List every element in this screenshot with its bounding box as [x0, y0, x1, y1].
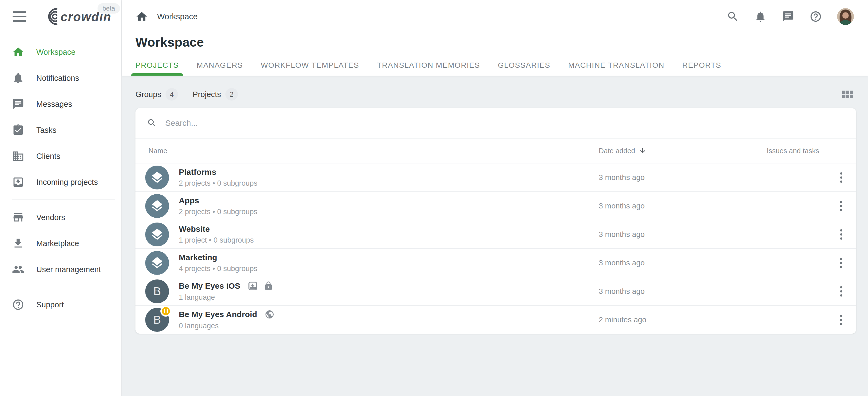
tab-glossaries[interactable]: GLOSSARIES: [498, 61, 551, 75]
sidebar-item-incoming-projects[interactable]: Incoming projects: [0, 169, 121, 195]
page-title: Workspace: [135, 35, 854, 50]
group-name: Website: [179, 224, 210, 234]
grid-view-icon[interactable]: [841, 88, 854, 100]
project-name: Be My Eyes Android: [179, 310, 257, 319]
tab-workflow-templates[interactable]: WORKFLOW TEMPLATES: [260, 61, 359, 75]
sidebar-item-vendors[interactable]: Vendors: [0, 204, 121, 231]
user-avatar[interactable]: [837, 8, 854, 25]
table-row-be-my-eyes-android[interactable]: B Be My Eyes Android 0 languages: [135, 305, 856, 334]
groups-count-badge: 4: [165, 88, 178, 100]
table-row-be-my-eyes-ios[interactable]: B Be My Eyes iOS: [135, 277, 856, 305]
column-header-issues-and-tasks: Issues and tasks: [713, 147, 826, 155]
tab-reports[interactable]: REPORTS: [682, 61, 721, 75]
table-search-row: [135, 108, 856, 139]
bell-icon: [12, 72, 24, 84]
row-menu-kebab-icon[interactable]: [838, 199, 844, 213]
breadcrumb-label: Workspace: [157, 12, 198, 21]
content-area: Groups 4 Projects 2 Name: [122, 75, 868, 396]
sidebar-item-support[interactable]: Support: [0, 292, 121, 318]
projects-filter[interactable]: Projects 2: [193, 88, 238, 100]
building-icon: [12, 150, 24, 162]
tab-projects[interactable]: PROJECTS: [135, 61, 179, 75]
sort-descending-arrow-icon: [639, 147, 646, 154]
sidebar-item-label: Clients: [36, 152, 60, 161]
project-meta: 0 languages: [179, 322, 274, 330]
project-initial: B: [153, 313, 161, 326]
sidebar-divider: [12, 287, 115, 287]
name-cell: Platforms 2 projects • 0 subgroups: [135, 165, 550, 189]
group-avatar: [145, 222, 169, 246]
date-added-cell: 3 months ago: [550, 202, 713, 210]
group-name: Apps: [179, 196, 199, 205]
chat-icon[interactable]: [782, 10, 794, 23]
message-icon: [12, 98, 24, 110]
date-added-cell: 3 months ago: [550, 230, 713, 239]
search-icon[interactable]: [726, 10, 739, 23]
column-header-name[interactable]: Name: [135, 147, 550, 155]
inbox-icon: [12, 176, 24, 188]
project-initial: B: [153, 285, 161, 298]
table-row-platforms[interactable]: Platforms 2 projects • 0 subgroups 3 mon…: [135, 163, 856, 191]
name-lines: Be My Eyes Android 0 languages: [179, 309, 274, 330]
sidebar-item-marketplace[interactable]: Marketplace: [0, 231, 121, 256]
sidebar-divider: [12, 200, 115, 200]
sidebar-item-label: Incoming projects: [36, 178, 98, 187]
sidebar-item-label: Support: [36, 300, 64, 309]
group-name: Platforms: [179, 167, 216, 177]
actions-cell: [826, 284, 856, 299]
projects-table-card: Name Date added Issues and tasks: [135, 108, 856, 334]
table-row-apps[interactable]: Apps 2 projects • 0 subgroups 3 months a…: [135, 191, 856, 220]
tasks-icon: [12, 124, 24, 136]
name-lines: Platforms 2 projects • 0 subgroups: [179, 167, 257, 188]
row-menu-kebab-icon[interactable]: [838, 312, 844, 327]
group-meta: 1 project • 0 subgroups: [179, 236, 254, 244]
tab-managers[interactable]: MANAGERS: [197, 61, 243, 75]
row-menu-kebab-icon[interactable]: [838, 255, 844, 270]
sidebar: crowdin beta Workspace Notifications Mes…: [0, 0, 122, 396]
group-meta: 4 projects • 0 subgroups: [179, 265, 257, 273]
actions-cell: [826, 227, 856, 242]
sidebar-item-user-management[interactable]: User management: [0, 256, 121, 282]
sidebar-item-label: User management: [36, 265, 101, 274]
tab-translation-memories[interactable]: TRANSLATION MEMORIES: [377, 61, 480, 75]
breadcrumb[interactable]: Workspace: [135, 10, 198, 23]
file-download-icon: [248, 281, 258, 291]
groups-filter-label: Groups: [135, 90, 161, 99]
table-row-website[interactable]: Website 1 project • 0 subgroups 3 months…: [135, 220, 856, 248]
actions-cell: [826, 199, 856, 213]
search-icon: [147, 118, 157, 128]
help-icon[interactable]: [809, 10, 822, 23]
tab-machine-translation[interactable]: MACHINE TRANSLATION: [568, 61, 664, 75]
layers-icon: [150, 199, 164, 213]
sidebar-item-label: Notifications: [36, 74, 79, 83]
row-menu-kebab-icon[interactable]: [838, 284, 844, 299]
sidebar-item-clients[interactable]: Clients: [0, 143, 121, 169]
sidebar-item-notifications[interactable]: Notifications: [0, 65, 121, 91]
help-icon: [12, 298, 24, 311]
notifications-bell-icon[interactable]: [754, 10, 767, 23]
group-avatar: [145, 194, 169, 218]
sidebar-item-messages[interactable]: Messages: [0, 91, 121, 117]
project-avatar: B: [145, 279, 169, 303]
groups-filter[interactable]: Groups 4: [135, 88, 178, 100]
table-row-marketing[interactable]: Marketing 4 projects • 0 subgroups 3 mon…: [135, 248, 856, 277]
column-header-date-added[interactable]: Date added: [550, 147, 713, 155]
topbar: Workspace: [122, 0, 868, 33]
column-header-date-label: Date added: [599, 147, 635, 155]
row-menu-kebab-icon[interactable]: [838, 227, 844, 242]
project-meta: 1 language: [179, 293, 273, 302]
name-lines: Marketing 4 projects • 0 subgroups: [179, 253, 257, 273]
projects-count-badge: 2: [225, 88, 238, 100]
project-name: Be My Eyes iOS: [179, 281, 240, 291]
layers-icon: [150, 227, 164, 242]
sidebar-item-label: Marketplace: [36, 239, 79, 248]
actions-cell: [826, 255, 856, 270]
name-cell: B Be My Eyes Android 0 languages: [135, 308, 550, 332]
group-name: Marketing: [179, 253, 217, 262]
row-menu-kebab-icon[interactable]: [838, 170, 844, 185]
main-area: Workspace: [122, 0, 868, 396]
hamburger-menu-icon[interactable]: [12, 10, 27, 23]
sidebar-item-tasks[interactable]: Tasks: [0, 117, 121, 143]
search-input[interactable]: [165, 118, 845, 128]
sidebar-item-workspace[interactable]: Workspace: [0, 39, 121, 65]
